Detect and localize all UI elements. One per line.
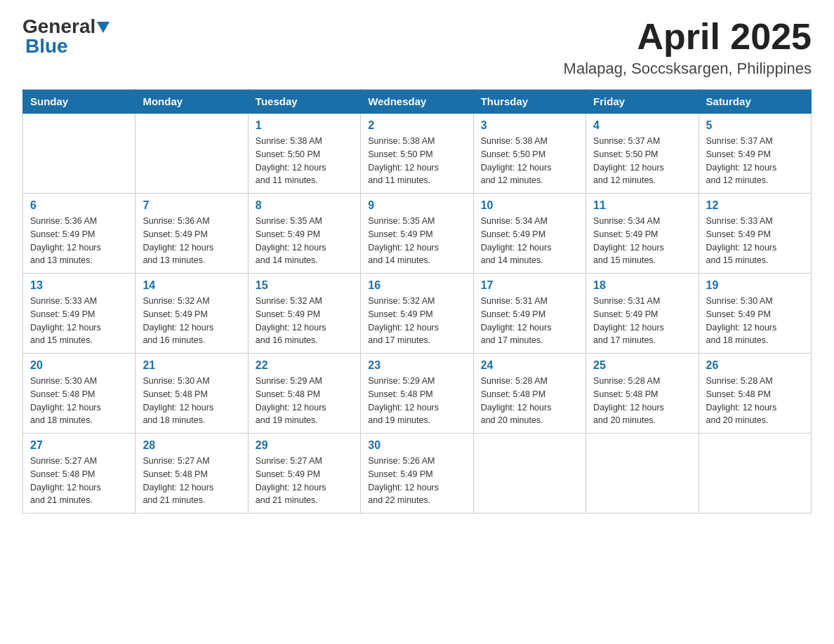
day-info: Sunrise: 5:33 AM Sunset: 5:49 PM Dayligh… [30, 295, 128, 347]
calendar-cell: 9Sunrise: 5:35 AM Sunset: 5:49 PM Daylig… [361, 194, 473, 274]
calendar-cell: 12Sunrise: 5:33 AM Sunset: 5:49 PM Dayli… [699, 194, 811, 274]
day-number: 2 [368, 119, 465, 132]
calendar-cell: 18Sunrise: 5:31 AM Sunset: 5:49 PM Dayli… [586, 274, 699, 354]
day-number: 7 [143, 199, 240, 212]
calendar-cell: 30Sunrise: 5:26 AM Sunset: 5:49 PM Dayli… [361, 434, 473, 514]
day-number: 25 [593, 359, 691, 372]
day-info: Sunrise: 5:30 AM Sunset: 5:48 PM Dayligh… [143, 375, 240, 427]
title-area: April 2025 Malapag, Soccsksargen, Philip… [564, 17, 812, 78]
day-number: 9 [368, 199, 465, 212]
calendar-cell: 10Sunrise: 5:34 AM Sunset: 5:49 PM Dayli… [473, 194, 585, 274]
day-number: 29 [256, 439, 353, 452]
calendar-table: SundayMondayTuesdayWednesdayThursdayFrid… [22, 89, 812, 514]
day-info: Sunrise: 5:36 AM Sunset: 5:49 PM Dayligh… [30, 215, 128, 267]
calendar-cell: 26Sunrise: 5:28 AM Sunset: 5:48 PM Dayli… [699, 354, 811, 434]
location: Malapag, Soccsksargen, Philippines [564, 60, 812, 78]
day-of-week-tuesday: Tuesday [248, 90, 360, 114]
day-number: 19 [706, 279, 804, 292]
day-info: Sunrise: 5:29 AM Sunset: 5:48 PM Dayligh… [256, 375, 353, 427]
calendar-cell: 8Sunrise: 5:35 AM Sunset: 5:49 PM Daylig… [248, 194, 360, 274]
logo-text-general: General [22, 17, 95, 36]
day-info: Sunrise: 5:37 AM Sunset: 5:50 PM Dayligh… [593, 135, 691, 187]
day-of-week-thursday: Thursday [473, 90, 585, 114]
day-info: Sunrise: 5:34 AM Sunset: 5:49 PM Dayligh… [481, 215, 578, 267]
day-info: Sunrise: 5:38 AM Sunset: 5:50 PM Dayligh… [481, 135, 578, 187]
calendar-cell: 28Sunrise: 5:27 AM Sunset: 5:48 PM Dayli… [135, 434, 248, 514]
day-number: 30 [368, 439, 465, 452]
day-number: 10 [481, 199, 578, 212]
day-info: Sunrise: 5:27 AM Sunset: 5:48 PM Dayligh… [30, 455, 128, 507]
day-info: Sunrise: 5:38 AM Sunset: 5:50 PM Dayligh… [368, 135, 465, 187]
day-info: Sunrise: 5:26 AM Sunset: 5:49 PM Dayligh… [368, 455, 465, 507]
calendar-cell: 17Sunrise: 5:31 AM Sunset: 5:49 PM Dayli… [473, 274, 585, 354]
day-of-week-wednesday: Wednesday [361, 90, 473, 114]
calendar-cell: 22Sunrise: 5:29 AM Sunset: 5:48 PM Dayli… [248, 354, 360, 434]
day-info: Sunrise: 5:31 AM Sunset: 5:49 PM Dayligh… [481, 295, 578, 347]
day-info: Sunrise: 5:30 AM Sunset: 5:49 PM Dayligh… [706, 295, 804, 347]
calendar-cell: 2Sunrise: 5:38 AM Sunset: 5:50 PM Daylig… [361, 114, 473, 194]
calendar-cell: 14Sunrise: 5:32 AM Sunset: 5:49 PM Dayli… [135, 274, 248, 354]
day-number: 23 [368, 359, 465, 372]
calendar-cell: 25Sunrise: 5:28 AM Sunset: 5:48 PM Dayli… [586, 354, 699, 434]
calendar-cell: 1Sunrise: 5:38 AM Sunset: 5:50 PM Daylig… [248, 114, 360, 194]
day-number: 11 [593, 199, 691, 212]
day-info: Sunrise: 5:32 AM Sunset: 5:49 PM Dayligh… [256, 295, 353, 347]
calendar-cell [23, 114, 135, 194]
day-number: 16 [368, 279, 465, 292]
calendar-header-row: SundayMondayTuesdayWednesdayThursdayFrid… [23, 90, 812, 114]
day-number: 8 [256, 199, 353, 212]
calendar-cell [586, 434, 699, 514]
day-info: Sunrise: 5:37 AM Sunset: 5:49 PM Dayligh… [706, 135, 804, 187]
calendar-cell: 15Sunrise: 5:32 AM Sunset: 5:49 PM Dayli… [248, 274, 360, 354]
calendar-cell: 20Sunrise: 5:30 AM Sunset: 5:48 PM Dayli… [23, 354, 135, 434]
day-number: 28 [143, 439, 240, 452]
calendar-cell: 11Sunrise: 5:34 AM Sunset: 5:49 PM Dayli… [586, 194, 699, 274]
calendar-week-row: 6Sunrise: 5:36 AM Sunset: 5:49 PM Daylig… [23, 194, 812, 274]
day-number: 17 [481, 279, 578, 292]
calendar-cell [135, 114, 248, 194]
day-info: Sunrise: 5:28 AM Sunset: 5:48 PM Dayligh… [593, 375, 691, 427]
calendar-cell: 4Sunrise: 5:37 AM Sunset: 5:50 PM Daylig… [586, 114, 699, 194]
day-info: Sunrise: 5:28 AM Sunset: 5:48 PM Dayligh… [481, 375, 578, 427]
day-info: Sunrise: 5:34 AM Sunset: 5:49 PM Dayligh… [593, 215, 691, 267]
month-title: April 2025 [564, 17, 812, 57]
calendar-cell [699, 434, 811, 514]
day-number: 27 [30, 439, 128, 452]
day-number: 12 [706, 199, 804, 212]
page-header: General Blue April 2025 Malapag, Soccsks… [22, 17, 812, 78]
day-of-week-monday: Monday [135, 90, 248, 114]
day-number: 20 [30, 359, 128, 372]
day-number: 1 [256, 119, 353, 132]
calendar-cell: 5Sunrise: 5:37 AM Sunset: 5:49 PM Daylig… [699, 114, 811, 194]
day-number: 18 [593, 279, 691, 292]
day-of-week-friday: Friday [586, 90, 699, 114]
calendar-cell: 7Sunrise: 5:36 AM Sunset: 5:49 PM Daylig… [135, 194, 248, 274]
day-info: Sunrise: 5:27 AM Sunset: 5:49 PM Dayligh… [256, 455, 353, 507]
calendar-cell: 21Sunrise: 5:30 AM Sunset: 5:48 PM Dayli… [135, 354, 248, 434]
day-of-week-saturday: Saturday [699, 90, 811, 114]
day-info: Sunrise: 5:33 AM Sunset: 5:49 PM Dayligh… [706, 215, 804, 267]
day-info: Sunrise: 5:27 AM Sunset: 5:48 PM Dayligh… [143, 455, 240, 507]
day-number: 5 [706, 119, 804, 132]
day-number: 6 [30, 199, 128, 212]
day-info: Sunrise: 5:31 AM Sunset: 5:49 PM Dayligh… [593, 295, 691, 347]
calendar-cell: 27Sunrise: 5:27 AM Sunset: 5:48 PM Dayli… [23, 434, 135, 514]
calendar-cell: 19Sunrise: 5:30 AM Sunset: 5:49 PM Dayli… [699, 274, 811, 354]
day-number: 13 [30, 279, 128, 292]
day-number: 3 [481, 119, 578, 132]
day-number: 24 [481, 359, 578, 372]
day-info: Sunrise: 5:35 AM Sunset: 5:49 PM Dayligh… [368, 215, 465, 267]
day-number: 22 [256, 359, 353, 372]
calendar-week-row: 27Sunrise: 5:27 AM Sunset: 5:48 PM Dayli… [23, 434, 812, 514]
day-info: Sunrise: 5:32 AM Sunset: 5:49 PM Dayligh… [368, 295, 465, 347]
day-info: Sunrise: 5:30 AM Sunset: 5:48 PM Dayligh… [30, 375, 128, 427]
day-info: Sunrise: 5:38 AM Sunset: 5:50 PM Dayligh… [256, 135, 353, 187]
calendar-cell: 3Sunrise: 5:38 AM Sunset: 5:50 PM Daylig… [473, 114, 585, 194]
day-number: 4 [593, 119, 691, 132]
calendar-cell: 29Sunrise: 5:27 AM Sunset: 5:49 PM Dayli… [248, 434, 360, 514]
day-info: Sunrise: 5:35 AM Sunset: 5:49 PM Dayligh… [256, 215, 353, 267]
calendar-cell: 23Sunrise: 5:29 AM Sunset: 5:48 PM Dayli… [361, 354, 473, 434]
calendar-week-row: 13Sunrise: 5:33 AM Sunset: 5:49 PM Dayli… [23, 274, 812, 354]
day-number: 15 [256, 279, 353, 292]
day-number: 21 [143, 359, 240, 372]
